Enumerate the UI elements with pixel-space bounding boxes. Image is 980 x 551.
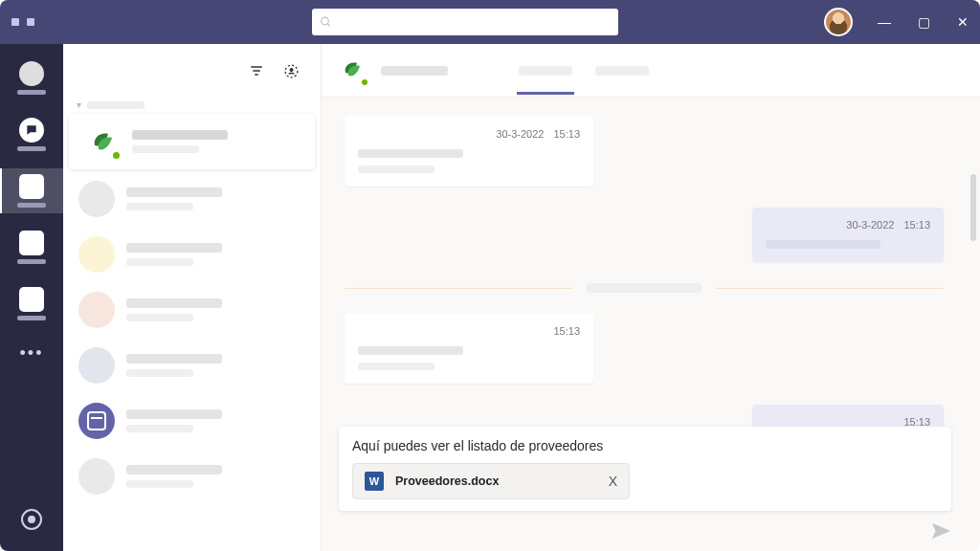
rail-more[interactable]: ••• [20,343,44,364]
chat-item[interactable] [63,282,321,338]
conversation-tabs [519,66,649,76]
chat-item-preview [126,369,193,377]
rail-label [17,203,46,208]
rail-item-chat[interactable] [12,114,51,155]
app-body: ••• ▾ [0,44,980,551]
chat-item[interactable] [63,171,321,227]
search-icon [320,16,332,29]
rect-icon [19,231,44,255]
conversation-pane: 30-3-2022 15:13 30-3-2022 15:13 [322,44,980,551]
message-other: 30-3-2022 15:13 [345,117,593,187]
presence-available-icon [111,150,122,161]
message-timestamp: 30-3-2022 15:13 [358,128,580,140]
chat-item-title [126,187,222,197]
composer-text[interactable]: Aquí puedes ver el listado de proveedore… [352,438,938,453]
message-line [358,165,434,173]
svg-point-6 [290,68,293,71]
tab-chat[interactable] [519,66,572,76]
svg-point-0 [322,17,329,25]
rail-item-4[interactable] [12,227,51,268]
chat-item-title [126,298,222,308]
minimize-button[interactable]: — [878,14,891,30]
rail-item-5[interactable] [12,283,51,324]
filter-icon[interactable] [248,62,265,79]
chat-item-title [126,409,222,419]
app-rail: ••• [0,44,63,551]
attachment-filename: Proveedores.docx [395,474,597,488]
chat-list-header [63,44,321,98]
conversation-avatar [339,56,368,85]
tab-files[interactable] [595,66,649,76]
new-chat-icon[interactable] [282,62,300,79]
activity-icon [19,61,44,86]
rail-label [17,90,46,95]
message-me: 30-3-2022 15:13 [752,208,944,262]
rect-icon [19,287,44,312]
chat-item-title [126,465,222,474]
word-file-icon [365,472,384,491]
message-me: 15:13 [752,405,944,427]
rail-item-store[interactable] [12,505,51,534]
chat-avatar [78,458,115,495]
composer-send-row [322,520,980,551]
message-line [358,363,434,370]
chat-avatar [78,236,115,273]
chat-item[interactable] [63,393,321,449]
message-composer[interactable]: Aquí puedes ver el listado de proveedore… [339,427,951,511]
chat-list: ▾ [63,44,322,551]
maximize-button[interactable]: ▢ [918,14,930,30]
chevron-down-icon: ▾ [77,99,81,110]
close-button[interactable]: ✕ [957,14,969,30]
chat-item-preview [126,203,193,210]
day-divider [345,283,944,293]
send-icon[interactable] [930,520,951,541]
dot [27,18,34,26]
chat-item-texts [132,130,228,153]
titlebar: — ▢ ✕ [0,0,980,44]
search-box[interactable] [312,9,618,35]
remove-attachment-button[interactable]: X [609,474,617,489]
chat-icon [19,118,44,143]
chat-item[interactable] [63,449,321,504]
chat-avatar [78,403,115,439]
rail-label [17,146,46,151]
user-avatar[interactable] [824,8,853,36]
message-timestamp: 30-3-2022 15:13 [766,219,930,231]
message-line [766,240,880,249]
search-input[interactable] [312,9,618,35]
window-controls: — ▢ ✕ [878,14,969,30]
message-other: 15:13 [345,314,593,384]
day-divider-label [587,283,702,293]
chat-avatar [78,292,115,328]
chat-item-preview [126,258,193,266]
attachment-chip[interactable]: Proveedores.docx X [352,463,630,499]
chat-avatar [78,347,115,384]
conversation-header [322,44,980,98]
chat-item[interactable] [63,227,321,282]
chat-item-title [132,130,228,140]
conversation-title [381,66,448,76]
message-line [358,346,463,355]
chat-item[interactable] [69,114,315,169]
avatar-image [824,8,853,36]
chat-item-preview [126,314,193,321]
message-timestamp: 15:13 [766,416,930,427]
chat-avatar [78,181,115,217]
chat-item-title [126,354,222,364]
section-label [87,101,145,109]
section-header[interactable]: ▾ [63,98,321,112]
presence-available-icon [360,77,369,87]
rail-label [17,259,46,264]
chat-item-preview [126,425,193,432]
scrollbar-thumb[interactable] [970,174,976,241]
rail-item-teams[interactable] [12,170,51,211]
rail-label [17,316,46,320]
apps-icon [21,509,42,530]
dot [11,18,19,26]
chat-item[interactable] [63,338,321,393]
rail-item-activity[interactable] [12,57,51,99]
conversation-scroll[interactable]: 30-3-2022 15:13 30-3-2022 15:13 [322,98,980,427]
calendar-icon [87,411,106,430]
chat-item-preview [132,145,199,153]
chat-item-preview [126,480,193,488]
